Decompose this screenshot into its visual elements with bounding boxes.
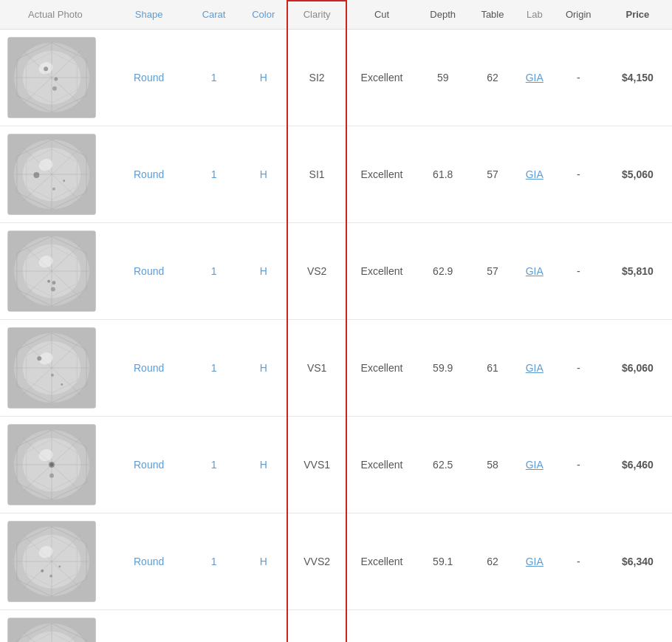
cell-photo (0, 30, 111, 126)
table-body: Round1HSI2Excellent5962GIA-$4,150 Round1… (0, 30, 672, 643)
cell-photo (0, 223, 111, 320)
cell-depth: 59.1 (416, 513, 470, 610)
cell-price: $6,060 (603, 320, 672, 417)
header-clarity: Clarity (287, 0, 348, 30)
cell-price: $5,810 (603, 223, 672, 320)
cell-lab: GIA (515, 126, 554, 223)
cell-cut: Excellent (347, 320, 416, 417)
cell-depth: 62.2 (416, 610, 470, 643)
cell-depth: 62.5 (416, 417, 470, 513)
cell-lab: GIA (515, 223, 554, 320)
header-price: Price (603, 0, 672, 30)
cell-shape: Round (111, 417, 187, 513)
cell-shape: Round (111, 30, 187, 126)
cell-carat: 1 (187, 126, 240, 223)
cell-carat: 1 (187, 320, 240, 417)
cell-lab: GIA (515, 610, 554, 643)
cell-shape: Round (111, 223, 187, 320)
table-row: Round1HSI1Excellent61.857GIA-$5,060 (0, 126, 672, 223)
cell-price: $6,460 (603, 417, 672, 513)
cell-lab: GIA (515, 417, 554, 513)
cell-origin: - (554, 30, 603, 126)
cell-lab: GIA (515, 513, 554, 610)
cell-table: 61 (470, 320, 515, 417)
svg-point-12 (52, 86, 57, 91)
cell-cut: Excellent (347, 513, 416, 610)
svg-point-64 (49, 474, 54, 478)
lab-link[interactable]: GIA (526, 362, 544, 374)
cell-color: H (241, 513, 287, 610)
cell-price: $4,150 (603, 30, 672, 126)
cell-cut: Excellent (347, 30, 416, 126)
cell-shape: Round (111, 126, 187, 223)
header-lab: Lab (515, 0, 554, 30)
table-header-row: Actual Photo Shape Carat Color Clarity (0, 0, 672, 30)
cell-photo (0, 126, 111, 223)
cell-carat: 1 (187, 223, 240, 320)
cell-origin: - (554, 126, 603, 223)
cell-carat: 1 (187, 610, 240, 643)
cell-clarity: VS1 (287, 320, 348, 417)
header-cut: Cut (347, 0, 416, 30)
header-depth: Depth (416, 0, 470, 30)
cell-origin: - (554, 513, 603, 610)
diamond-image (7, 37, 96, 118)
svg-point-11 (54, 78, 58, 81)
header-table: Table (470, 0, 515, 30)
cell-table: 62 (470, 513, 515, 610)
cell-carat: 1 (187, 513, 240, 610)
table-row: Round1HVVS2Excellent59.162GIA-$6,340 (0, 513, 672, 610)
cell-depth: 61.8 (416, 126, 470, 223)
cell-table: 57 (470, 223, 515, 320)
lab-link[interactable]: GIA (526, 459, 544, 471)
cell-clarity: VVS1 (287, 417, 348, 513)
cell-carat: 1 (187, 417, 240, 513)
table-row: Round1HVS1Excellent59.961GIA-$6,060 (0, 320, 672, 417)
cell-origin: - (554, 417, 603, 513)
cell-cut: Excellent (347, 417, 416, 513)
lab-link[interactable]: GIA (526, 72, 544, 83)
cell-origin: - (554, 320, 603, 417)
diamond-image (7, 134, 96, 215)
cell-color: H (241, 417, 287, 513)
cell-photo (0, 513, 111, 610)
cell-clarity: SI1 (287, 126, 348, 223)
header-photo: Actual Photo (0, 0, 111, 30)
table-row: Round1HSI2Excellent5962GIA-$4,150 (0, 30, 672, 126)
svg-point-76 (58, 565, 61, 567)
lab-link[interactable]: GIA (526, 168, 544, 180)
svg-point-50 (61, 383, 63, 386)
diamond-table: Actual Photo Shape Carat Color Clarity (0, 0, 672, 642)
lab-link[interactable]: GIA (526, 265, 544, 277)
cell-lab: GIA (515, 30, 554, 126)
cell-table: 62 (470, 30, 515, 126)
diamond-image (7, 424, 96, 505)
diamond-image (7, 230, 96, 312)
cell-color: H (241, 126, 287, 223)
cell-clarity: VS2 (287, 223, 348, 320)
cell-photo (0, 610, 111, 643)
cell-shape: Round (111, 513, 187, 610)
diamond-image (7, 618, 96, 642)
cell-cut: Excellent (347, 610, 416, 643)
svg-point-51 (51, 374, 54, 377)
cell-price: $6,940 (603, 610, 672, 643)
cell-table: 58 (470, 417, 515, 513)
svg-point-10 (44, 66, 48, 71)
header-carat: Carat (187, 0, 240, 30)
svg-point-63 (50, 463, 54, 467)
diamond-image (7, 521, 96, 602)
main-table-container: Actual Photo Shape Carat Color Clarity (0, 0, 672, 642)
cell-photo (0, 417, 111, 513)
svg-point-36 (47, 280, 50, 283)
cell-clarity: IF (287, 610, 348, 643)
header-shape: Shape (111, 0, 187, 30)
lab-link[interactable]: GIA (526, 556, 544, 567)
cell-shape: Round (111, 610, 187, 643)
cell-origin: - (554, 223, 603, 320)
cell-table: 60 (470, 610, 515, 643)
cell-color: H (241, 320, 287, 417)
cell-clarity: VVS2 (287, 513, 348, 610)
svg-point-24 (63, 180, 65, 182)
cell-color: H (241, 610, 287, 643)
